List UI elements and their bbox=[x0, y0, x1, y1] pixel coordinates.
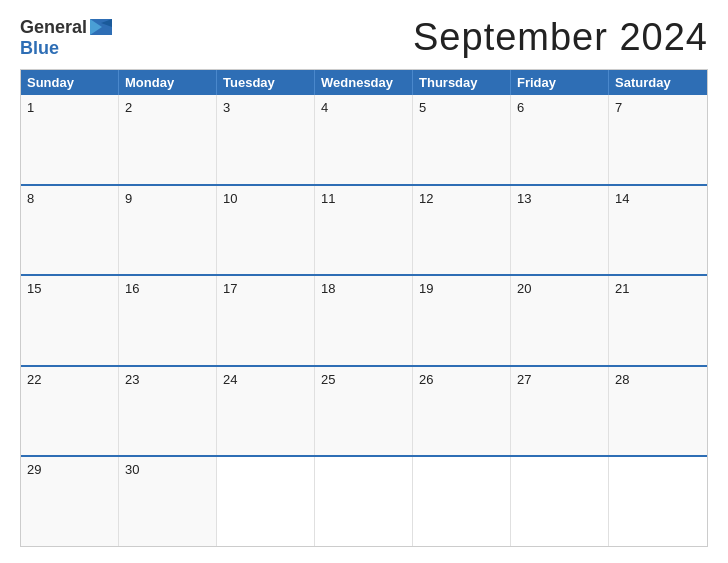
day-cell: 1 bbox=[21, 95, 119, 184]
day-cell-empty bbox=[609, 457, 707, 546]
day-cell: 15 bbox=[21, 276, 119, 365]
day-cell-empty bbox=[217, 457, 315, 546]
day-cell: 11 bbox=[315, 186, 413, 275]
calendar-page: General Blue September 2024 Sunday Monda… bbox=[0, 0, 728, 563]
header-wednesday: Wednesday bbox=[315, 70, 413, 95]
week-row: 22 23 24 25 26 27 28 bbox=[21, 365, 707, 456]
calendar-grid: Sunday Monday Tuesday Wednesday Thursday… bbox=[20, 69, 708, 547]
day-cell: 10 bbox=[217, 186, 315, 275]
header-friday: Friday bbox=[511, 70, 609, 95]
week-row: 8 9 10 11 12 13 14 bbox=[21, 184, 707, 275]
week-row: 29 30 bbox=[21, 455, 707, 546]
day-cell: 21 bbox=[609, 276, 707, 365]
week-row: 15 16 17 18 19 20 21 bbox=[21, 274, 707, 365]
day-cell-empty bbox=[413, 457, 511, 546]
header-monday: Monday bbox=[119, 70, 217, 95]
day-cell: 16 bbox=[119, 276, 217, 365]
page-header: General Blue September 2024 bbox=[20, 16, 708, 59]
header-saturday: Saturday bbox=[609, 70, 707, 95]
week-row: 1 2 3 4 5 6 7 bbox=[21, 95, 707, 184]
day-cell-empty bbox=[511, 457, 609, 546]
day-cell: 12 bbox=[413, 186, 511, 275]
logo-general-text: General bbox=[20, 17, 87, 38]
header-tuesday: Tuesday bbox=[217, 70, 315, 95]
day-cell: 20 bbox=[511, 276, 609, 365]
day-cell: 22 bbox=[21, 367, 119, 456]
header-thursday: Thursday bbox=[413, 70, 511, 95]
day-cell: 13 bbox=[511, 186, 609, 275]
header-sunday: Sunday bbox=[21, 70, 119, 95]
day-cell: 27 bbox=[511, 367, 609, 456]
day-cell: 28 bbox=[609, 367, 707, 456]
day-cell: 26 bbox=[413, 367, 511, 456]
day-cell: 24 bbox=[217, 367, 315, 456]
day-cell: 4 bbox=[315, 95, 413, 184]
month-title: September 2024 bbox=[413, 16, 708, 59]
day-cell: 18 bbox=[315, 276, 413, 365]
day-cell: 23 bbox=[119, 367, 217, 456]
day-cell: 19 bbox=[413, 276, 511, 365]
day-cell: 25 bbox=[315, 367, 413, 456]
day-cell: 2 bbox=[119, 95, 217, 184]
day-cell: 17 bbox=[217, 276, 315, 365]
day-cell: 3 bbox=[217, 95, 315, 184]
day-cell: 30 bbox=[119, 457, 217, 546]
calendar-body: 1 2 3 4 5 6 7 8 9 10 11 12 13 14 15 16 bbox=[21, 95, 707, 546]
day-cell: 14 bbox=[609, 186, 707, 275]
day-cell-empty bbox=[315, 457, 413, 546]
logo-flag-icon bbox=[90, 19, 112, 35]
logo: General Blue bbox=[20, 17, 112, 59]
day-cell: 5 bbox=[413, 95, 511, 184]
logo-blue-text: Blue bbox=[20, 38, 59, 59]
day-cell: 9 bbox=[119, 186, 217, 275]
day-headers-row: Sunday Monday Tuesday Wednesday Thursday… bbox=[21, 70, 707, 95]
day-cell: 8 bbox=[21, 186, 119, 275]
day-cell: 6 bbox=[511, 95, 609, 184]
day-cell: 29 bbox=[21, 457, 119, 546]
day-cell: 7 bbox=[609, 95, 707, 184]
